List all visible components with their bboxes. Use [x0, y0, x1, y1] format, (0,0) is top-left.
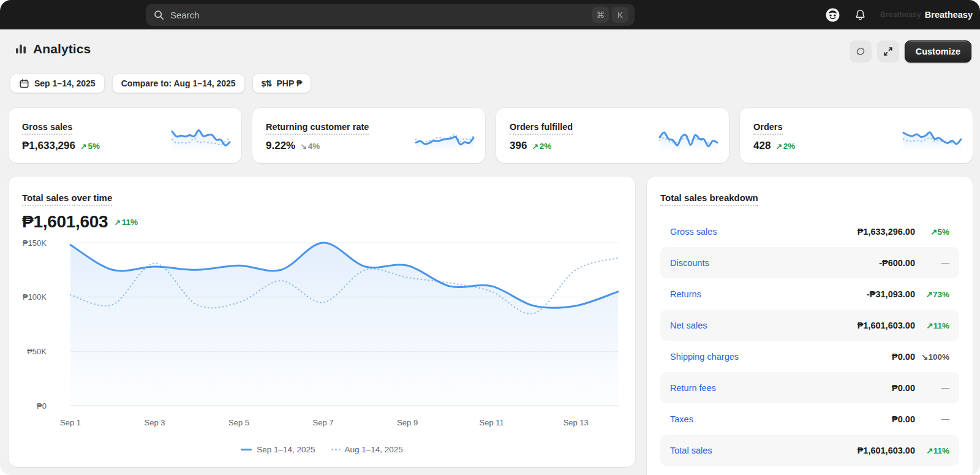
breakdown-row-link[interactable]: Taxes: [670, 414, 892, 424]
breakdown-row: Discounts-₱600.00—: [660, 247, 959, 278]
expand-button[interactable]: [877, 40, 899, 63]
up-arrow-icon: ↗: [926, 321, 933, 330]
analytics-bars-icon: [15, 43, 27, 55]
calendar-icon: [19, 78, 29, 89]
breakdown-row-value: -₱600.00: [879, 258, 915, 268]
breakdown-row-change: ↘100%: [915, 352, 949, 362]
currency-label: PHP ₱: [276, 78, 302, 88]
breakdown-row-change: —: [915, 258, 949, 267]
breakdown-row-link[interactable]: Gross sales: [670, 227, 858, 237]
metric-card-title-link[interactable]: Orders: [753, 122, 783, 135]
breakdown-row: Taxes₱0.00—: [660, 403, 959, 435]
legend-solid-line-swatch: [241, 449, 252, 450]
x-axis-tick-label: Sep 9: [397, 418, 418, 427]
breakdown-row-value: ₱0.00: [892, 414, 915, 424]
x-axis-tick-label: Sep 11: [480, 418, 504, 427]
breakdown-row-change: ↗11%: [915, 446, 949, 455]
breakdown-row-link[interactable]: Total sales: [670, 446, 858, 455]
metric-card: Returning customer rate9.22%↘4%: [252, 108, 485, 163]
metric-card-title-link[interactable]: Orders fulfilled: [510, 122, 573, 135]
breakdown-row: Total sales₱1,601,603.00↗11%: [660, 435, 959, 466]
compare-to-pill[interactable]: Compare to: Aug 1–14, 2025: [112, 74, 245, 93]
total-sales-over-time-link[interactable]: Total sales over time: [22, 192, 112, 206]
down-arrow-icon: ↘: [300, 142, 306, 151]
metric-change-up: ↗2%: [532, 142, 551, 151]
breakdown-row-value: ₱1,601,603.00: [858, 446, 915, 455]
metric-card-title-link[interactable]: Gross sales: [22, 122, 72, 135]
total-sales-value: ₱1,601,603: [22, 212, 108, 232]
metric-change-up: ↗5%: [80, 142, 100, 151]
breakdown-row-link[interactable]: Shipping charges: [670, 352, 892, 362]
header-actions: Customize: [850, 40, 971, 63]
k-keycap: K: [612, 7, 628, 23]
x-axis-tick-label: Sep 13: [564, 418, 589, 427]
breakdown-row: Net sales₱1,601,603.00↗11%: [660, 310, 959, 341]
breakdown-row-value: ₱1,601,603.00: [858, 321, 915, 330]
refresh-button[interactable]: [850, 40, 872, 63]
y-axis-tick-label: ₱50K: [27, 347, 47, 356]
breakdown-row-link[interactable]: Returns: [670, 289, 867, 299]
down-arrow-icon: ↘: [921, 352, 928, 362]
breakdown-row: Return fees₱0.00—: [660, 372, 959, 403]
shopify-admin-window: Search ⌘ K: [0, 0, 980, 475]
chart-legend: Sep 1–14, 2025Aug 1–14, 2025: [9, 445, 635, 454]
x-axis-tick-label: Sep 3: [145, 418, 165, 427]
total-sales-value-row: ₱1,601,603 ↗11%: [22, 212, 635, 232]
refresh-cycle-icon: [854, 45, 867, 58]
total-sales-chart-card: Total sales over time ₱1,601,603 ↗11% ₱0…: [9, 177, 635, 467]
topbar: Search ⌘ K: [0, 0, 980, 29]
metric-value: 9.22%: [266, 140, 295, 152]
breakdown-row: Gross sales₱1,633,296.00↗5%: [660, 216, 959, 247]
page-header: Analytics: [15, 42, 91, 56]
breakdown-row-change: ↗5%: [915, 227, 949, 237]
metric-value: ₱1,633,296: [22, 140, 75, 152]
compare-to-label: Compare to: Aug 1–14, 2025: [121, 78, 236, 88]
sidekick-face-icon: [825, 7, 840, 23]
search-bar[interactable]: Search ⌘ K: [146, 4, 635, 26]
breakdown-row-change: —: [915, 414, 949, 424]
breakdown-row-link[interactable]: Net sales: [670, 321, 858, 330]
store-menu[interactable]: Breatheasy Breatheasy: [880, 10, 973, 20]
date-range-label: Sep 1–14, 2025: [34, 78, 96, 88]
metric-value: 428: [753, 140, 771, 152]
metric-card-title-link[interactable]: Returning customer rate: [266, 122, 369, 135]
sparkline-chart: [170, 124, 232, 152]
legend-item: Sep 1–14, 2025: [241, 445, 315, 454]
legend-dotted-line-swatch: [331, 449, 333, 450]
customize-button[interactable]: Customize: [905, 40, 971, 63]
y-axis-tick-label: ₱0: [37, 401, 47, 411]
search-placeholder: Search: [170, 10, 592, 20]
metric-card-row: Gross sales₱1,633,296↗5%Returning custom…: [9, 108, 973, 163]
breakdown-rows: Gross sales₱1,633,296.00↗5%Discounts-₱60…: [660, 216, 959, 466]
sparkline-chart: [658, 124, 719, 152]
breakdown-row-link[interactable]: Return fees: [670, 383, 892, 393]
topbar-actions: Breatheasy Breatheasy: [825, 0, 973, 29]
up-arrow-icon: ↗: [80, 142, 86, 151]
up-arrow-icon: ↗: [930, 227, 937, 237]
up-arrow-icon: ↗: [926, 446, 933, 455]
notifications-button[interactable]: [854, 9, 867, 21]
metric-value: 396: [510, 140, 527, 152]
breakdown-row-link[interactable]: Discounts: [670, 258, 879, 268]
total-sales-breakdown-card: Total sales breakdown Gross sales₱1,633,…: [647, 177, 973, 475]
breakdown-row-change: ↗11%: [915, 321, 949, 330]
search-icon: [153, 9, 165, 21]
breakdown-row-change: ↗73%: [915, 289, 949, 299]
x-axis-tick-label: Sep 5: [228, 418, 249, 427]
sidekick-button[interactable]: [825, 7, 840, 23]
breakdown-row-value: -₱31,093.00: [867, 289, 915, 299]
legend-label: Sep 1–14, 2025: [257, 445, 315, 454]
breakdown-row: Returns-₱31,093.00↗73%: [660, 278, 959, 310]
currency-pill[interactable]: $⇅ PHP ₱: [252, 74, 312, 93]
filter-bar: Sep 1–14, 2025 Compare to: Aug 1–14, 202…: [10, 74, 311, 93]
currency-exchange-icon: $⇅: [262, 78, 272, 88]
bell-icon: [854, 9, 867, 21]
metric-change-up: ↗2%: [775, 142, 795, 151]
date-range-pill[interactable]: Sep 1–14, 2025: [10, 74, 105, 93]
cmd-keycap: ⌘: [592, 7, 609, 23]
sparkline-chart: [414, 124, 475, 152]
y-axis-tick-label: ₱150K: [23, 238, 47, 248]
legend-item: Aug 1–14, 2025: [331, 445, 403, 454]
store-logo: Breatheasy: [880, 10, 921, 19]
total-sales-breakdown-link[interactable]: Total sales breakdown: [660, 192, 758, 206]
